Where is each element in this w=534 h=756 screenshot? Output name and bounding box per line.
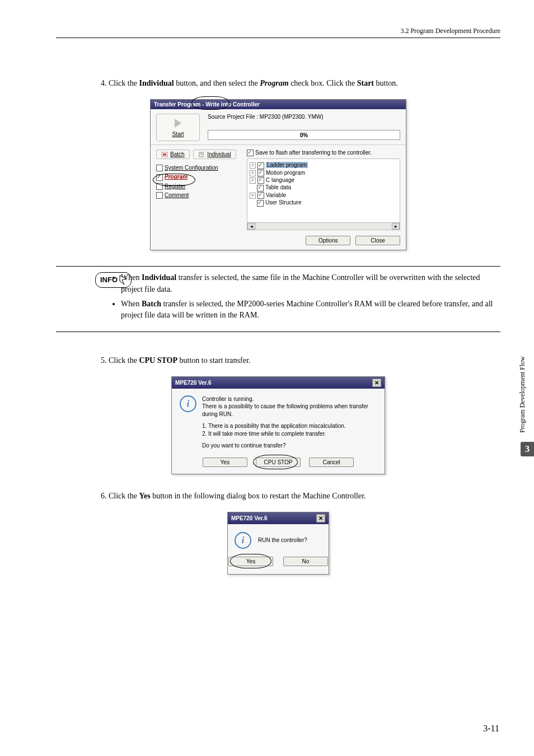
running-header: 3.2 Program Development Procedure	[56, 27, 500, 38]
individual-icon	[198, 152, 205, 157]
dialog-title: MPE720 Ver.6	[231, 515, 268, 521]
line: 1. There is a possibility that the appli…	[202, 422, 377, 430]
transfer-program-dialog: Transfer Program - Write into Controller…	[150, 99, 406, 250]
tree-node-motion[interactable]: +Motion program	[250, 170, 397, 176]
individual-button[interactable]: Individual	[193, 150, 236, 159]
batch-icon	[161, 152, 168, 157]
tree-node-clang[interactable]: +C language	[250, 177, 397, 184]
batch-label: Batch	[170, 151, 185, 157]
no-button[interactable]: No	[283, 557, 328, 566]
text-italic: Program	[260, 79, 288, 87]
system-config-check[interactable]: System Configuration	[156, 165, 240, 171]
dialog-titlebar: Transfer Program - Write into Controller	[151, 100, 406, 109]
text: Click the	[109, 356, 139, 365]
text: Click the	[109, 79, 139, 87]
progress-value: 0%	[300, 132, 308, 138]
cpu-stop-button[interactable]: CPU STOP	[256, 458, 301, 467]
register-check[interactable]: Register	[156, 183, 240, 190]
dialog-title: MPE720 Ver.6	[175, 380, 212, 386]
line: Controller is running.	[202, 395, 377, 403]
start-label: Start	[172, 131, 184, 137]
tree-node-table[interactable]: Table data	[250, 184, 397, 191]
page-number: 3-11	[483, 724, 499, 734]
line: Do you want to continue transfer?	[202, 442, 377, 450]
chapter-badge: 3	[521, 442, 534, 456]
info-bullet-1: When Individual transfer is selected, th…	[121, 272, 500, 295]
info-icon: i	[235, 532, 251, 549]
tree-node-ladder[interactable]: +Ladder program	[250, 162, 397, 169]
line: 2. It will take more time while to compl…	[202, 430, 377, 438]
step-4: 4. Click the Individual button, and then…	[101, 77, 500, 89]
line: There is a possibility to cause the foll…	[202, 403, 377, 418]
scroll-left-icon[interactable]: ◂	[247, 223, 255, 230]
progress-bar: 0%	[208, 130, 400, 140]
text: button in the following dialog box to re…	[151, 492, 366, 500]
close-button[interactable]: Close	[355, 236, 400, 245]
step-5: 5. Click the CPU STOP button to start tr…	[101, 354, 500, 366]
save-to-flash-check[interactable]: Save to flash after transferring to the …	[247, 150, 400, 156]
text: Click the	[109, 492, 139, 500]
side-label: Program Development Flow	[518, 347, 527, 442]
text: button.	[374, 79, 398, 87]
label: Variable	[266, 192, 286, 198]
info-icon: INFO	[95, 272, 132, 288]
info-label: INFO	[100, 275, 118, 286]
horizontal-scrollbar[interactable]: ◂▸	[247, 222, 400, 230]
step-6: 6. Click the Yes button in the following…	[101, 490, 500, 502]
text: button, and then select the	[174, 79, 260, 87]
label: User Structure	[265, 199, 301, 206]
options-button[interactable]: Options	[306, 236, 350, 245]
comment-check[interactable]: Comment	[156, 192, 240, 199]
label: Motion program	[266, 170, 305, 176]
dialog-title: Transfer Program - Write into Controller	[154, 101, 260, 108]
dialog-titlebar: MPE720 Ver.6 ✕	[172, 377, 385, 389]
close-icon[interactable]: ✕	[372, 379, 381, 387]
text-bold: Individual	[139, 79, 174, 87]
dialog-titlebar: MPE720 Ver.6 ✕	[228, 512, 329, 524]
side-tab: Program Development Flow 3	[518, 347, 534, 456]
speech-arrow-icon	[119, 274, 129, 286]
info-icon: i	[180, 395, 196, 412]
text-bold: Start	[357, 79, 374, 87]
source-file-label: Source Project File : MP2300 (MP2300. YM…	[208, 114, 400, 120]
label: System Configuration	[165, 165, 218, 171]
cpu-stop-dialog: MPE720 Ver.6 ✕ i Controller is running. …	[171, 376, 385, 474]
step-num: 4.	[101, 79, 107, 87]
info-block: INFO When Individual transfer is selecte…	[56, 266, 500, 332]
label: Register	[165, 183, 185, 189]
individual-label: Individual	[207, 151, 231, 157]
close-icon[interactable]: ✕	[316, 514, 325, 522]
label: Save to flash after transferring to the …	[255, 150, 372, 156]
program-check[interactable]: Program	[156, 174, 240, 180]
scroll-right-icon[interactable]: ▸	[392, 223, 400, 230]
info-bullet-2: When Batch transfer is selected, the MP2…	[121, 298, 500, 321]
run-controller-dialog: MPE720 Ver.6 ✕ i RUN the controller? Yes…	[227, 512, 329, 575]
yes-button[interactable]: Yes	[203, 458, 247, 467]
yes-button[interactable]: Yes	[228, 557, 273, 566]
step-num: 6.	[101, 492, 107, 500]
batch-button[interactable]: Batch	[156, 150, 190, 159]
text: button to start transfer.	[177, 356, 250, 365]
program-tree[interactable]: +Ladder program +Motion program +C langu…	[247, 158, 400, 230]
label: Ladder program	[266, 162, 308, 168]
text-bold: CPU STOP	[139, 356, 177, 365]
svg-rect-1	[163, 153, 166, 156]
label: Program	[165, 174, 188, 180]
step-num: 5.	[101, 356, 107, 365]
label: Table data	[265, 184, 291, 190]
dialog-message: Controller is running. There is a possib…	[202, 395, 377, 450]
start-button[interactable]: Start	[156, 114, 200, 141]
header-rule	[56, 38, 500, 38]
play-icon	[175, 119, 181, 128]
label: C language	[266, 177, 294, 183]
cancel-button[interactable]: Cancel	[309, 458, 354, 467]
tree-node-variable[interactable]: +Variable	[250, 192, 397, 199]
dialog-message: RUN the controller?	[258, 537, 307, 543]
text: check box. Click the	[289, 79, 357, 87]
tree-node-userstruct[interactable]: User Structure	[250, 199, 397, 206]
label: Comment	[165, 192, 189, 198]
text-bold: Yes	[139, 492, 150, 500]
